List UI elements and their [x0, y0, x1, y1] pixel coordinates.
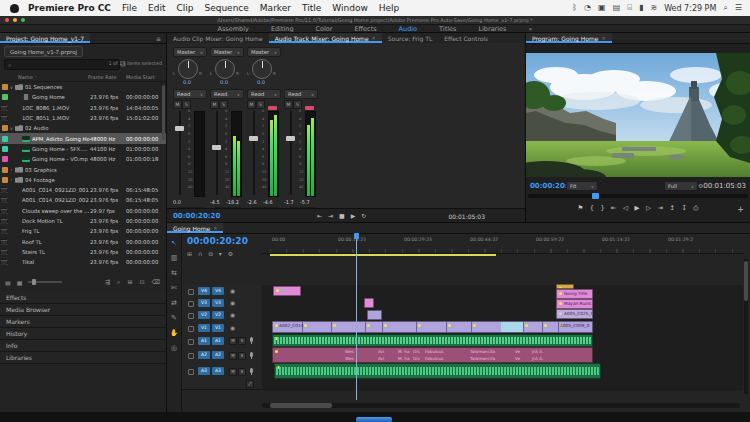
notification-center-icon[interactable]: ☰ [735, 3, 742, 13]
razor-tool[interactable]: ✄ [167, 284, 181, 292]
go-to-out-button[interactable]: ⇥ [328, 212, 333, 219]
panel-menu-icon[interactable]: ≡ [156, 35, 166, 42]
project-row-going-home-sfx-mp[interactable]: Going Home - SFX.mp44100 Hz01:00:00:00 [0, 144, 166, 154]
menu-item-clip[interactable]: Clip [176, 3, 193, 13]
linked-selection-icon[interactable]: ⧉ [208, 250, 212, 258]
solo-button[interactable]: S [182, 100, 191, 109]
track-select-tool[interactable]: ▥ [167, 254, 181, 262]
workspace-tab-libraries[interactable]: Libraries [478, 25, 506, 33]
track-header-a3[interactable]: A3A3MS [182, 363, 262, 380]
project-row-1oc-8086-1-mov[interactable]: 1OC_8086_1.MOV23.976 fps14:04:00:05 [0, 103, 166, 113]
mute-track-button[interactable]: M [229, 352, 237, 360]
dock-peek[interactable] [356, 417, 392, 422]
twirl-icon[interactable]: ∨ [8, 126, 15, 131]
mark-out-button[interactable]: } [600, 204, 604, 212]
panel-tab-media-browser[interactable]: Media Browser [0, 304, 166, 316]
video-clip-going-title[interactable]: Going Title [556, 289, 593, 299]
automation-mode-select[interactable]: Read∨ [173, 89, 207, 99]
fader-handle[interactable] [286, 136, 295, 141]
fader-handle[interactable] [249, 136, 258, 141]
menu-item-title[interactable]: Title [302, 3, 321, 13]
track-header-a2[interactable]: A2A2MS [182, 347, 262, 364]
solo-button[interactable]: S [256, 100, 265, 109]
track-target-v4[interactable]: V4 [212, 287, 224, 295]
source-patch-v2[interactable]: V2 [198, 311, 210, 319]
automation-mode-select[interactable]: Read∨ [284, 89, 318, 99]
tab-program[interactable]: Program: Going Home✕ [526, 33, 612, 43]
close-window-button[interactable] [5, 18, 9, 22]
voiceover-record-icon[interactable] [250, 368, 253, 373]
app-menu-title[interactable]: Premiere Pro CC [28, 3, 111, 13]
project-row-frig-tl[interactable]: Frig TL23.976 fps00:00:00:00 [0, 226, 166, 236]
automate-to-sequence-icon[interactable]: ⇶ [105, 278, 110, 286]
voiceover-record-icon[interactable] [250, 337, 253, 342]
zoom-window-button[interactable] [21, 18, 25, 22]
clear-icon[interactable]: ⌫ [152, 278, 160, 286]
project-row-clouds-sweep-over-the-ma[interactable]: Clouds sweep over the ma29.97 fps00:00:0… [0, 206, 166, 216]
track-header-a1[interactable]: A1A1MS [182, 334, 262, 348]
fader-handle[interactable] [175, 126, 184, 131]
mute-track-button[interactable]: M [229, 337, 237, 345]
voiceover-record-icon[interactable] [250, 352, 253, 357]
battery-icon[interactable]: ▮ [639, 3, 643, 13]
track-header-master[interactable]: ⤢ [182, 379, 262, 390]
program-playhead-handle[interactable] [592, 193, 599, 199]
track-target-a2[interactable]: A2 [212, 351, 224, 359]
video-clip-v1[interactable]: A002_C014A005_C009_0 [272, 321, 593, 333]
thumbnail-zoom-slider[interactable] [28, 281, 62, 283]
project-row-04-footage[interactable]: ›04 Footage [0, 175, 166, 185]
source-patch-a3[interactable]: A3 [198, 367, 210, 375]
lock-icon[interactable] [188, 369, 194, 375]
go-to-in-button[interactable]: ⇤ [611, 204, 616, 212]
hand-tool[interactable]: ✋ [167, 329, 181, 337]
mute-button[interactable]: M [284, 100, 293, 109]
twirl-icon[interactable]: ∨ [8, 85, 15, 90]
button-editor-button[interactable]: + [737, 205, 744, 214]
insert-icon[interactable]: ⊞ [187, 250, 192, 258]
add-marker-button[interactable]: ⚑ [577, 204, 583, 212]
video-clip-a005-c025-0[interactable]: A005_C025_0 [556, 309, 593, 319]
project-row-stairs-tl[interactable]: Stairs TL23.976 fps00:00:00:00 [0, 247, 166, 257]
close-icon[interactable]: ✕ [372, 35, 376, 41]
mute-track-button[interactable]: M [229, 368, 237, 376]
wifi-icon[interactable]: ≋ [650, 3, 657, 13]
workspace-tab-audio[interactable]: Audio [399, 25, 417, 33]
pan-knob[interactable] [252, 59, 272, 79]
panel-tab-libraries[interactable]: Libraries [0, 352, 166, 364]
display-icon[interactable]: ⌸ [627, 3, 632, 13]
zoom-level-select[interactable]: Fit∨ [566, 181, 598, 191]
selected-clip-segment[interactable] [501, 322, 523, 332]
project-row-02-audio[interactable]: ∨02 Audio [0, 123, 166, 133]
track-output-select[interactable]: Master∨ [210, 47, 244, 57]
solo-track-button[interactable]: S [238, 352, 246, 360]
track-target-a1[interactable]: A1 [212, 337, 224, 345]
clip-indicator[interactable] [305, 106, 314, 110]
toggle-track-output-icon[interactable]: ◉ [230, 324, 235, 331]
list-view-icon[interactable]: ▤ [5, 279, 11, 286]
project-row-1oc-8051-1-mov[interactable]: 1OC_8051_1.MOV23.976 fps15:01:02:00 [0, 113, 166, 123]
camera-icon[interactable]: ▣ [598, 3, 606, 13]
project-row-03-graphics[interactable]: ›03 Graphics [0, 164, 166, 174]
panel-tab-effects[interactable]: Effects [0, 292, 166, 304]
play-button[interactable]: ▶ [351, 212, 356, 219]
source-patch-v1[interactable]: V1 [198, 324, 210, 332]
project-row-a001-c014-0921zd-002[interactable]: A001_C014_0921ZD_00223.976 fps06:15:48:0… [0, 195, 166, 205]
mixer-current-timecode[interactable]: 00:00:20:20 [173, 212, 220, 220]
toggle-track-output-icon[interactable]: ◉ [230, 311, 235, 318]
lock-icon[interactable] [188, 301, 194, 307]
tab-source-frig-tl[interactable]: Source: Frig TL [382, 33, 438, 43]
project-row-roof-tl[interactable]: Roof TL23.976 fps00:00:00:00 [0, 236, 166, 246]
time-machine-icon[interactable]: ◔ [584, 3, 591, 13]
timeline-vertical-scrollbar[interactable] [744, 259, 748, 394]
lock-icon[interactable] [188, 313, 194, 319]
toggle-track-output-icon[interactable]: ◉ [230, 287, 235, 294]
marker-menu-icon[interactable]: ▾ [219, 250, 222, 258]
lock-icon[interactable] [188, 289, 194, 295]
work-area-bar[interactable] [270, 254, 496, 256]
tab-project[interactable]: Project: Going Home_v1-7 [0, 33, 90, 43]
source-patch-v3[interactable]: V3 [198, 299, 210, 307]
pen-tool[interactable]: ✎ [167, 314, 181, 322]
video-clip[interactable] [364, 298, 374, 308]
track-target-v2[interactable]: V2 [212, 311, 224, 319]
apple-menu-icon[interactable] [10, 4, 19, 13]
